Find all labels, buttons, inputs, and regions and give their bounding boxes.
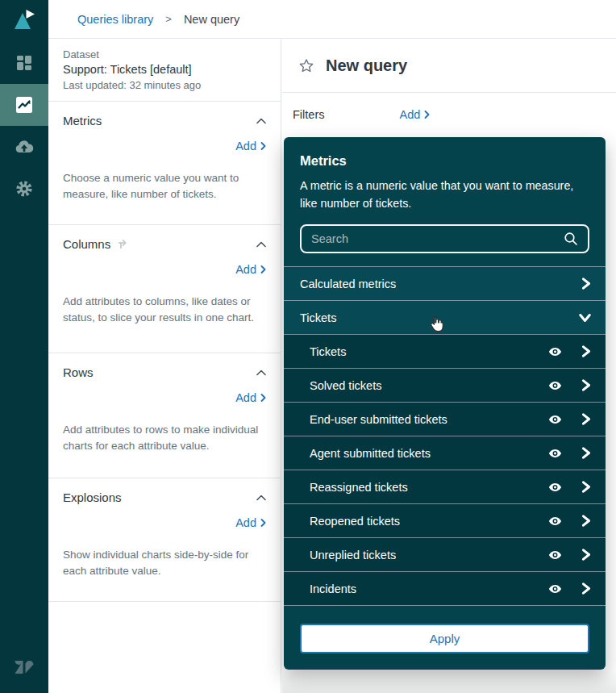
app-rail <box>0 0 48 693</box>
chevron-right-icon[interactable] <box>581 278 591 290</box>
builder-section-explosions: Explosions Add Show individual charts si… <box>48 478 281 602</box>
chevron-up-icon[interactable] <box>256 118 266 124</box>
query-main-area: New query Filters Add Metrics A metric i… <box>282 40 616 693</box>
filters-add-button[interactable]: Add <box>399 108 430 121</box>
metrics-list: Calculated metrics Tickets Tickets <box>284 266 606 605</box>
rows-section-description: Add attributes to rows to make individua… <box>63 422 266 453</box>
add-label: Add <box>235 263 256 276</box>
chevron-right-icon[interactable] <box>581 515 591 527</box>
explosions-section-description: Show individual charts side-by-side for … <box>63 547 266 578</box>
columns-section-title: Columns <box>63 237 110 251</box>
metric-item-reassigned-tickets[interactable]: Reassigned tickets <box>284 470 606 503</box>
builder-section-rows: Rows Add Add attributes to rows to make … <box>48 353 281 478</box>
filters-row: Filters Add <box>282 93 616 136</box>
chevron-right-icon <box>424 111 430 119</box>
gear-icon <box>15 180 33 198</box>
query-builder-panel: Dataset Support: Tickets [default] Last … <box>48 40 281 693</box>
breadcrumb-bar: Queries library > New query <box>48 0 616 39</box>
star-icon[interactable] <box>298 57 315 75</box>
metric-group-tickets[interactable]: Tickets <box>284 300 606 334</box>
builder-section-columns: Columns Add Add attributes to columns, l… <box>48 225 281 353</box>
dataset-label: Dataset <box>63 47 266 62</box>
sidebar-item-dashboards[interactable] <box>0 42 48 84</box>
dataset-name: Support: Tickets [default] <box>63 62 266 77</box>
metrics-picker-popover: Metrics A metric is a numeric value that… <box>284 137 606 670</box>
metrics-add-button[interactable]: Add <box>235 140 266 152</box>
chevron-right-icon[interactable] <box>581 582 591 595</box>
metric-item-reopened-tickets[interactable]: Reopened tickets <box>284 503 606 537</box>
chevron-right-icon <box>260 519 266 527</box>
eye-icon[interactable] <box>548 381 562 390</box>
apply-section: Apply <box>284 605 606 653</box>
metric-item-label: Incidents <box>310 582 548 595</box>
metric-item-solved-tickets[interactable]: Solved tickets <box>284 368 606 402</box>
chevron-right-icon[interactable] <box>581 549 591 561</box>
sidebar-item-settings[interactable] <box>0 168 48 210</box>
apply-button[interactable]: Apply <box>300 624 589 653</box>
columns-add-button[interactable]: Add <box>235 263 266 276</box>
popover-description: A metric is a numeric value that you wan… <box>300 177 589 212</box>
metric-group-label: Calculated metrics <box>300 278 581 290</box>
add-label: Add <box>235 140 256 152</box>
columns-section-description: Add attributes to columns, like dates or… <box>63 294 266 325</box>
chevron-up-icon[interactable] <box>256 495 266 501</box>
add-label: Add <box>399 108 420 121</box>
query-title: New query <box>326 56 407 75</box>
chevron-right-icon[interactable] <box>581 481 591 493</box>
eye-icon[interactable] <box>548 347 562 357</box>
chevron-right-icon <box>260 394 266 402</box>
rows-add-button[interactable]: Add <box>235 391 266 404</box>
chevron-right-icon[interactable] <box>581 447 591 459</box>
chevron-right-icon[interactable] <box>581 345 591 357</box>
sidebar-item-queries[interactable] <box>0 84 48 126</box>
zendesk-logo[interactable] <box>0 649 48 685</box>
search-icon <box>564 232 578 246</box>
eye-icon[interactable] <box>548 550 562 560</box>
swap-axes-icon[interactable] <box>117 239 129 250</box>
explore-logo-icon <box>10 7 38 35</box>
chevron-right-icon[interactable] <box>581 413 591 425</box>
chevron-right-icon[interactable] <box>581 379 591 391</box>
metric-group-calculated-metrics[interactable]: Calculated metrics <box>284 266 606 300</box>
chevron-up-icon[interactable] <box>256 369 266 376</box>
query-header: New query <box>282 40 616 93</box>
rows-section-title: Rows <box>63 365 94 379</box>
dashboards-icon <box>16 55 32 71</box>
explosions-section-title: Explosions <box>63 491 122 504</box>
metric-item-label: Reopened tickets <box>310 515 548 528</box>
breadcrumb-current: New query <box>184 13 239 26</box>
chevron-right-icon <box>260 265 266 273</box>
explore-logo[interactable] <box>0 0 48 42</box>
queries-chart-icon <box>15 96 33 114</box>
eye-icon[interactable] <box>548 449 562 458</box>
metric-item-end-user-submitted-tickets[interactable]: End-user submitted tickets <box>284 402 606 436</box>
dataset-info: Dataset Support: Tickets [default] Last … <box>48 40 281 102</box>
metric-item-agent-submitted-tickets[interactable]: Agent submitted tickets <box>284 436 606 470</box>
metric-item-label: Solved tickets <box>310 379 548 392</box>
sidebar-item-datasets[interactable] <box>0 126 48 168</box>
metrics-search-box <box>300 224 589 253</box>
metric-item-label: Tickets <box>310 345 548 358</box>
chevron-down-icon[interactable] <box>579 313 591 323</box>
metric-item-label: Unreplied tickets <box>310 549 548 561</box>
eye-icon[interactable] <box>548 516 562 526</box>
eye-icon[interactable] <box>548 415 562 424</box>
explosions-add-button[interactable]: Add <box>235 516 266 529</box>
breadcrumb-queries-library-link[interactable]: Queries library <box>77 13 153 26</box>
metric-item-label: Agent submitted tickets <box>310 447 548 460</box>
metric-item-incidents[interactable]: Incidents <box>284 571 606 605</box>
breadcrumb-separator: > <box>165 13 172 25</box>
metric-item-tickets[interactable]: Tickets <box>284 334 606 368</box>
metric-item-unreplied-tickets[interactable]: Unreplied tickets <box>284 537 606 571</box>
chevron-up-icon[interactable] <box>256 241 266 248</box>
cloud-upload-icon <box>15 139 34 155</box>
builder-section-metrics: Metrics Add Choose a numeric value you w… <box>48 102 281 225</box>
metric-item-label: Reassigned tickets <box>310 481 548 494</box>
metrics-section-description: Choose a numeric value you want to measu… <box>63 170 266 202</box>
metric-group-label: Tickets <box>300 311 579 324</box>
metrics-search-input[interactable] <box>311 232 564 245</box>
zendesk-logo-icon <box>14 658 35 676</box>
eye-icon[interactable] <box>548 584 562 594</box>
metric-item-label: End-user submitted tickets <box>310 413 548 426</box>
eye-icon[interactable] <box>548 482 562 492</box>
